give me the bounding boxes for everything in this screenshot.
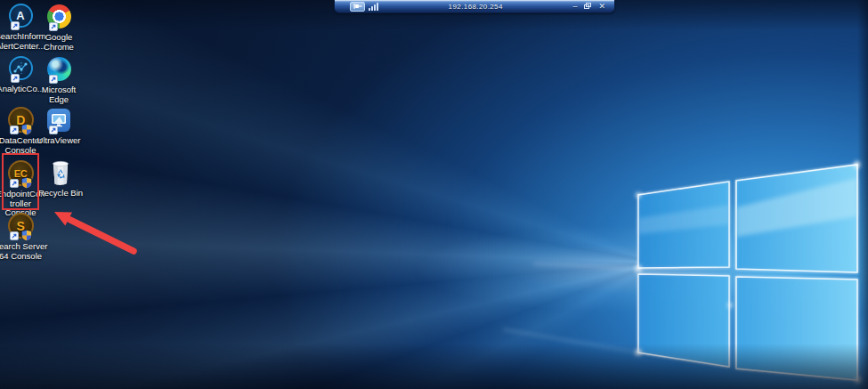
desktop-icon-recycle-bin[interactable]: Recycle Bin xyxy=(40,158,81,199)
highlight-box xyxy=(2,153,39,210)
icon-label: Search Server64 Console xyxy=(0,242,49,261)
pushpin-icon xyxy=(353,3,362,10)
minimize-button[interactable]: – xyxy=(572,3,577,11)
shortcut-arrow-badge xyxy=(10,231,19,240)
icon-label: Recycle Bin xyxy=(32,189,89,199)
alertcenter-letter: A xyxy=(16,9,24,22)
shield-icon xyxy=(21,230,32,241)
signal-strength-icon xyxy=(369,3,378,11)
remote-desktop-screen: 192.168.20.254 – ✕ A SearchInformAlertCe… xyxy=(0,0,868,389)
shield-icon xyxy=(21,124,32,135)
shortcut-arrow-badge xyxy=(49,75,58,84)
shortcut-arrow-badge xyxy=(11,74,20,83)
icon-label: MicrosoftEdge xyxy=(30,85,87,104)
icon-label: GoogleChrome xyxy=(30,33,87,52)
desktop-icon-ultraviewer[interactable]: UltraViewer xyxy=(38,106,79,146)
desktop-icon-microsoft-edge[interactable]: MicrosoftEdge xyxy=(38,55,79,104)
shortcut-arrow-badge xyxy=(11,21,20,30)
desktop-icon-datacenter-console[interactable]: D DataCenterConsole xyxy=(0,106,41,155)
icon-label: UltraViewer xyxy=(30,136,87,146)
pin-button[interactable] xyxy=(350,2,365,12)
wallpaper-floor-shadow xyxy=(0,344,868,389)
shortcut-arrow-badge xyxy=(49,126,58,134)
rdp-connection-bar[interactable]: 192.168.20.254 – ✕ xyxy=(334,0,615,13)
recycle-bin-icon xyxy=(50,159,71,186)
restore-icon xyxy=(584,3,591,10)
wallpaper-right-vignette xyxy=(857,0,868,389)
shortcut-arrow-badge xyxy=(10,126,19,134)
shortcut-arrow-badge xyxy=(49,22,58,31)
windows-logo xyxy=(0,0,868,389)
close-button[interactable]: ✕ xyxy=(598,3,605,11)
connection-address: 192.168.20.254 xyxy=(378,1,572,12)
restore-button[interactable] xyxy=(584,3,591,11)
desktop-icon-google-chrome[interactable]: GoogleChrome xyxy=(38,3,79,52)
desktop-icon-search-server-64-console[interactable]: S Search Server64 Console xyxy=(0,212,41,261)
